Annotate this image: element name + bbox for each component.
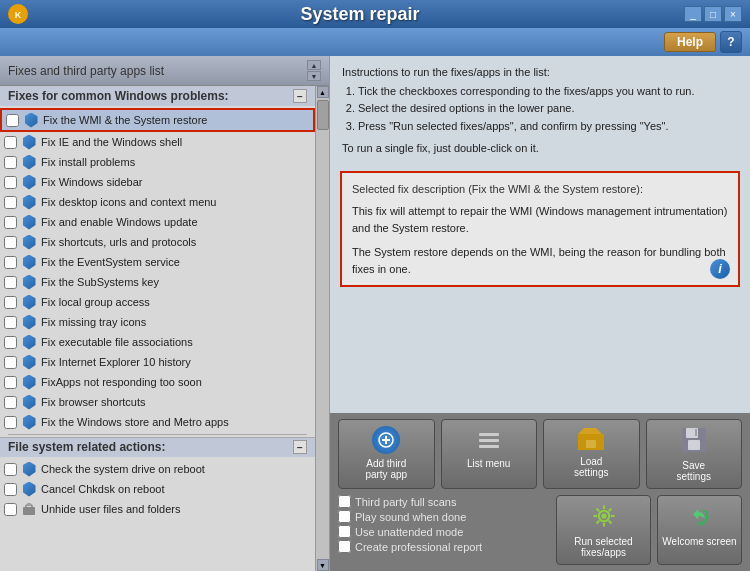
svg-rect-12 [688, 440, 700, 450]
section-collapse-filesystem[interactable]: − [293, 440, 307, 454]
shield-icon-chkdisk [21, 461, 37, 477]
shield-icon-shortcuts [21, 234, 37, 250]
checkbox-unhide[interactable] [4, 503, 17, 516]
list-item-executable[interactable]: Fix executable file associations [0, 332, 315, 352]
scrollbar-down[interactable]: ▼ [317, 559, 329, 571]
add-third-party-button[interactable]: Add thirdparty app [338, 419, 435, 489]
item-label-chkdisk: Check the system drive on reboot [41, 463, 205, 475]
bottom-area: Add thirdparty app List menu [330, 413, 750, 571]
list-item-metro[interactable]: Fix the Windows store and Metro apps [0, 412, 315, 432]
scrollbar-up[interactable]: ▲ [317, 86, 329, 98]
list-item-cancel-chkdsk[interactable]: Cancel Chkdsk on reboot [0, 479, 315, 499]
scroll-arrows[interactable]: ▲ ▼ [307, 60, 321, 81]
list-item-sidebar[interactable]: Fix Windows sidebar [0, 172, 315, 192]
window-title: System repair [36, 4, 684, 25]
checkbox-apps[interactable] [4, 376, 17, 389]
checkbox-executable[interactable] [4, 336, 17, 349]
checkbox-third-party[interactable] [338, 495, 351, 508]
option-play-sound[interactable]: Play sound when done [338, 510, 550, 523]
list-item-ie[interactable]: Fix IE and the Windows shell [0, 132, 315, 152]
help-question-button[interactable]: ? [720, 31, 742, 53]
checkbox-eventsystem[interactable] [4, 256, 17, 269]
save-settings-label: Savesettings [677, 460, 711, 482]
checkbox-tray[interactable] [4, 316, 17, 329]
scroll-down-arrow[interactable]: ▼ [307, 71, 321, 81]
help-button[interactable]: Help [664, 32, 716, 52]
shield-icon-unhide [21, 501, 37, 517]
item-label-localgroup: Fix local group access [41, 296, 150, 308]
save-settings-button[interactable]: Savesettings [646, 419, 743, 489]
instructions-list: Tick the checkboxes corresponding to the… [342, 83, 738, 135]
checkbox-ie[interactable] [4, 136, 17, 149]
checkbox-localgroup[interactable] [4, 296, 17, 309]
checkbox-wmi[interactable] [6, 114, 19, 127]
option-professional[interactable]: Create professional report [338, 540, 550, 553]
checkbox-professional[interactable] [338, 540, 351, 553]
option-unattended[interactable]: Use unattended mode [338, 525, 550, 538]
item-label-apps: FixApps not responding too soon [41, 376, 202, 388]
list-item-localgroup[interactable]: Fix local group access [0, 292, 315, 312]
list-menu-button[interactable]: List menu [441, 419, 538, 489]
list-item-unhide[interactable]: Unhide user files and folders [0, 499, 315, 519]
item-label-metro: Fix the Windows store and Metro apps [41, 416, 229, 428]
info-icon[interactable]: i [710, 259, 730, 279]
checkbox-chkdisk[interactable] [4, 463, 17, 476]
item-label-install: Fix install problems [41, 156, 135, 168]
save-settings-icon [680, 426, 708, 456]
option-unattended-label: Use unattended mode [355, 526, 463, 538]
checkbox-sidebar[interactable] [4, 176, 17, 189]
section-collapse-fixes[interactable]: − [293, 89, 307, 103]
list-item-desktop[interactable]: Fix desktop icons and context menu [0, 192, 315, 212]
checkbox-desktop[interactable] [4, 196, 17, 209]
checkbox-metro[interactable] [4, 416, 17, 429]
welcome-icon [686, 502, 714, 532]
load-settings-button[interactable]: Loadsettings [543, 419, 640, 489]
shield-icon-install [21, 154, 37, 170]
svg-line-21 [608, 509, 611, 512]
checkbox-unattended[interactable] [338, 525, 351, 538]
list-item-tray[interactable]: Fix missing tray icons [0, 312, 315, 332]
list-item-ie10[interactable]: Fix Internet Explorer 10 history [0, 352, 315, 372]
list-item-eventsystem[interactable]: Fix the EventSystem service [0, 252, 315, 272]
items-column: Fixes for common Windows problems: − Fix… [0, 86, 315, 571]
svg-text:K: K [15, 10, 22, 20]
add-third-party-label: Add thirdparty app [365, 458, 407, 480]
checkbox-ie10[interactable] [4, 356, 17, 369]
option-third-party[interactable]: Third party full scans [338, 495, 550, 508]
description-box: Selected fix description (Fix the WMI & … [340, 171, 740, 288]
list-menu-label: List menu [467, 458, 510, 469]
scrollbar-thumb[interactable] [317, 100, 329, 130]
list-item-chkdisk[interactable]: Check the system drive on reboot [0, 459, 315, 479]
list-item-wmi[interactable]: Fix the WMI & the System restore [0, 108, 315, 132]
item-label-tray: Fix missing tray icons [41, 316, 146, 328]
close-button[interactable]: × [724, 6, 742, 22]
item-label-browser: Fix browser shortcuts [41, 396, 146, 408]
description-text-2: The System restore depends on the WMI, b… [352, 244, 728, 277]
section-title-fixes: Fixes for common Windows problems: [8, 89, 229, 103]
list-item-browser[interactable]: Fix browser shortcuts [0, 392, 315, 412]
run-selected-button[interactable]: Run selected fixes/apps [556, 495, 651, 565]
list-header-label: Fixes and third party apps list [8, 64, 164, 78]
item-label-executable: Fix executable file associations [41, 336, 193, 348]
list-item-shortcuts[interactable]: Fix shortcuts, urls and protocols [0, 232, 315, 252]
checkbox-cancel-chkdsk[interactable] [4, 483, 17, 496]
minimize-button[interactable]: _ [684, 6, 702, 22]
list-header: Fixes and third party apps list ▲ ▼ [0, 56, 329, 86]
list-item-install[interactable]: Fix install problems [0, 152, 315, 172]
checkbox-update[interactable] [4, 216, 17, 229]
panel-scrollbar[interactable]: ▲ ▼ [315, 86, 329, 571]
checkbox-play-sound[interactable] [338, 510, 351, 523]
app-logo: K [8, 4, 28, 24]
item-label-cancel-chkdsk: Cancel Chkdsk on reboot [41, 483, 165, 495]
scroll-up-arrow[interactable]: ▲ [307, 60, 321, 70]
welcome-screen-button[interactable]: Welcome screen [657, 495, 742, 565]
checkbox-browser[interactable] [4, 396, 17, 409]
list-item-update[interactable]: Fix and enable Windows update [0, 212, 315, 232]
list-item-subsystems[interactable]: Fix the SubSystems key [0, 272, 315, 292]
svg-rect-4 [27, 503, 31, 506]
checkbox-subsystems[interactable] [4, 276, 17, 289]
checkbox-install[interactable] [4, 156, 17, 169]
checkbox-shortcuts[interactable] [4, 236, 17, 249]
list-item-apps[interactable]: FixApps not responding too soon [0, 372, 315, 392]
maximize-button[interactable]: □ [704, 6, 722, 22]
